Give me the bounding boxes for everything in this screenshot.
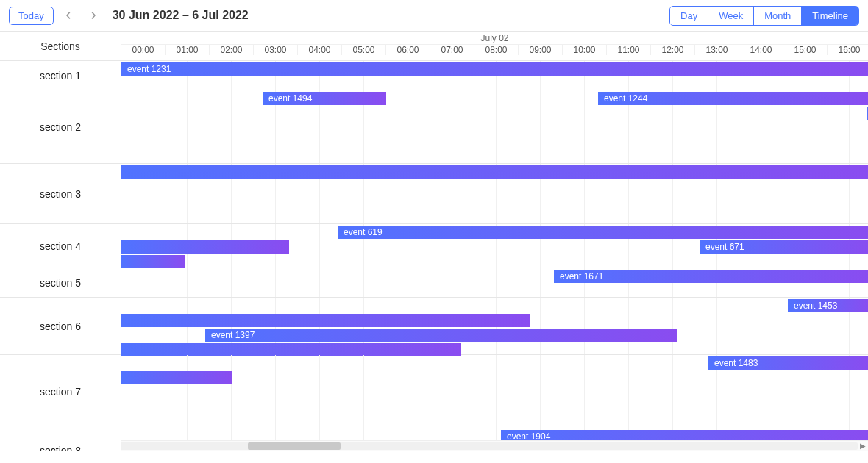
- timeline-row: event 1231: [121, 61, 868, 90]
- timeline-row: event 1904event 383: [121, 428, 868, 440]
- section-label: section 1: [0, 61, 121, 90]
- event-bar[interactable]: event 1397: [205, 329, 677, 342]
- section-label: section 8: [0, 428, 121, 451]
- view-switcher: Day Week Month Timeline: [669, 6, 859, 26]
- event-bar[interactable]: event 671: [700, 240, 868, 254]
- hour-label: 06:00: [386, 45, 430, 55]
- event-bar[interactable]: [121, 165, 868, 179]
- event-bar[interactable]: event 1244: [598, 92, 868, 105]
- sidebar-header: Sections: [0, 32, 121, 61]
- hour-label: 04:00: [298, 45, 342, 55]
- scrollbar-track[interactable]: [10, 442, 858, 450]
- event-bar[interactable]: event 1483: [708, 356, 868, 370]
- chevron-left-icon: [65, 12, 72, 19]
- chevron-right-icon: [90, 12, 97, 19]
- event-bar[interactable]: [121, 255, 185, 268]
- timeline-row: [121, 164, 868, 224]
- date-label: July 02: [480, 32, 508, 45]
- event-bar[interactable]: event 619: [338, 226, 868, 239]
- sections-sidebar: Sections section 1section 2section 3sect…: [0, 32, 121, 451]
- section-label: section 2: [0, 90, 121, 164]
- today-button[interactable]: Today: [9, 7, 54, 25]
- event-bar[interactable]: [121, 371, 232, 384]
- section-label: section 4: [0, 224, 121, 268]
- event-bar[interactable]: event 1494: [263, 92, 386, 105]
- event-bar[interactable]: event 1231: [121, 62, 868, 76]
- date-header: July 02: [121, 32, 868, 45]
- timeline-row: event 1453event 1397: [121, 298, 868, 355]
- timeline-row: event 1671: [121, 268, 868, 298]
- hour-label: 05:00: [342, 45, 386, 55]
- event-bar[interactable]: [121, 240, 289, 254]
- date-range-label: 30 Jun 2022 – 6 Jul 2022: [113, 9, 249, 22]
- hour-label: 07:00: [430, 45, 474, 55]
- next-button[interactable]: [83, 5, 104, 26]
- scrollbar-thumb[interactable]: [248, 442, 341, 450]
- horizontal-scrollbar[interactable]: ◀ ▶: [0, 440, 868, 451]
- hour-label: 15:00: [783, 45, 828, 55]
- section-label: section 6: [0, 298, 121, 355]
- timeline-grid[interactable]: July 02 00:0001:0002:0003:0004:0005:0006…: [121, 32, 868, 440]
- hour-label: 14:00: [739, 45, 783, 55]
- hour-label: 08:00: [474, 45, 519, 55]
- section-label: section 7: [0, 355, 121, 428]
- hour-label: 10:00: [563, 45, 607, 55]
- hour-label: 01:00: [166, 45, 210, 55]
- toolbar: Today 30 Jun 2022 – 6 Jul 2022 Day Week …: [0, 0, 868, 31]
- timeline-container: Sections section 1section 2section 3sect…: [0, 32, 868, 451]
- prev-button[interactable]: [58, 5, 79, 26]
- event-bar[interactable]: event 1904: [501, 430, 868, 440]
- hour-label: 16:00: [828, 45, 868, 55]
- hour-label: 02:00: [210, 45, 254, 55]
- section-label: section 3: [0, 164, 121, 224]
- timeline-row: event 619event 671: [121, 224, 868, 268]
- scroll-right-icon[interactable]: ▶: [858, 442, 868, 450]
- event-bar[interactable]: [121, 314, 530, 327]
- timeline-row: event 1494event 1244event 923: [121, 90, 868, 164]
- view-month-button[interactable]: Month: [754, 7, 802, 25]
- hour-label: 03:00: [254, 45, 298, 55]
- timeline-row: event 1483: [121, 355, 868, 428]
- event-bar[interactable]: event 1453: [788, 299, 868, 312]
- hour-label: 11:00: [607, 45, 651, 55]
- view-week-button[interactable]: Week: [708, 7, 754, 25]
- hour-label: 00:00: [121, 45, 166, 55]
- hour-label: 13:00: [695, 45, 739, 55]
- hour-label: 09:00: [519, 45, 563, 55]
- section-label: section 5: [0, 268, 121, 298]
- event-bar[interactable]: event 1671: [554, 270, 868, 283]
- hour-label: 12:00: [651, 45, 695, 55]
- toolbar-left: Today 30 Jun 2022 – 6 Jul 2022: [9, 5, 249, 26]
- hours-header: 00:0001:0002:0003:0004:0005:0006:0007:00…: [121, 45, 868, 61]
- view-day-button[interactable]: Day: [670, 7, 708, 25]
- view-timeline-button[interactable]: Timeline: [802, 7, 858, 25]
